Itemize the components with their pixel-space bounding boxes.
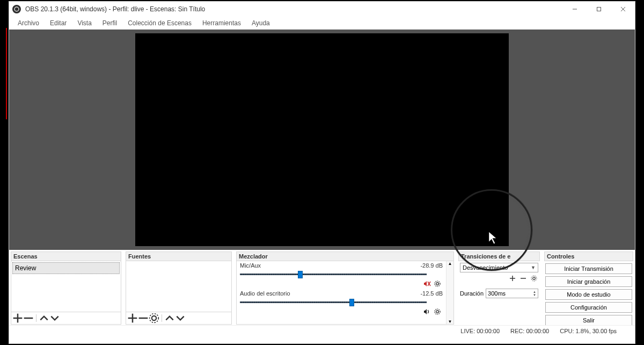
- status-cpu: CPU: 1.8%, 30.00 fps: [560, 328, 617, 334]
- remove-scene-button[interactable]: [23, 313, 34, 323]
- mixer-desktop-slider[interactable]: [240, 298, 443, 307]
- svg-point-16: [435, 281, 440, 286]
- preview-area[interactable]: [9, 30, 635, 250]
- mixer-track-micaux: Mic/Aux -28.9 dB: [237, 261, 446, 289]
- maximize-button[interactable]: [587, 2, 611, 17]
- panel-header-escenas: Escenas: [11, 251, 121, 261]
- mixer-desktop-db: -12.5 dB: [420, 290, 443, 297]
- add-source-button[interactable]: [127, 313, 138, 323]
- panel-header-transiciones: Transiciones de e: [458, 251, 540, 261]
- minimize-button[interactable]: [562, 2, 587, 17]
- remove-source-button[interactable]: [138, 313, 149, 323]
- panel-mezclador: Mezclador Mic/Aux -28.9 dB: [236, 251, 455, 325]
- mixer-micaux-slider[interactable]: [240, 270, 443, 279]
- transition-combo-value: Desvanecimiento: [463, 264, 508, 271]
- svg-point-12: [150, 314, 159, 323]
- statusbar: LIVE: 00:00:00 REC: 00:00:00 CPU: 1.8%, …: [9, 325, 635, 336]
- source-down-button[interactable]: [175, 313, 186, 323]
- svg-rect-2: [597, 8, 601, 11]
- duration-label: Duración: [460, 290, 484, 297]
- svg-point-18: [435, 309, 440, 314]
- exit-button[interactable]: Salir: [545, 315, 632, 326]
- svg-point-15: [436, 282, 439, 285]
- app-icon: [12, 5, 21, 13]
- gear-icon[interactable]: [434, 281, 441, 289]
- sources-list[interactable]: [126, 261, 232, 312]
- remove-transition-button[interactable]: [520, 275, 526, 283]
- panel-header-controles: Controles: [544, 251, 633, 261]
- mixer-track-desktop: Audio del escritorio -12.5 dB: [237, 289, 446, 317]
- transition-combo[interactable]: Desvanecimiento ▼: [460, 263, 538, 272]
- panel-header-fuentes: Fuentes: [126, 251, 232, 261]
- gear-icon[interactable]: [434, 308, 441, 317]
- titlebar: OBS 20.1.3 (64bit, windows) - Perfil: dl…: [9, 2, 635, 17]
- menu-vista[interactable]: Vista: [73, 18, 96, 28]
- panel-header-mezclador: Mezclador: [236, 251, 454, 261]
- add-transition-button[interactable]: [509, 275, 516, 283]
- escenas-toolbar: [11, 312, 121, 325]
- settings-button[interactable]: Configuración: [545, 302, 632, 313]
- spin-down-icon[interactable]: ▼: [533, 293, 536, 297]
- chevron-down-icon: ▼: [531, 265, 536, 270]
- scene-item-review[interactable]: Review: [12, 262, 120, 274]
- mixer-micaux-db: -28.9 dB: [420, 262, 443, 269]
- status-rec: REC: 00:00:00: [510, 328, 549, 334]
- svg-point-23: [531, 276, 537, 281]
- menu-herramientas[interactable]: Herramientas: [198, 18, 245, 28]
- preview-canvas[interactable]: [135, 33, 509, 246]
- studio-mode-button[interactable]: Modo de estudio: [545, 289, 632, 300]
- svg-point-11: [152, 316, 156, 320]
- speaker-icon[interactable]: [423, 308, 431, 317]
- scene-list[interactable]: Review: [11, 261, 121, 312]
- mixer-desktop-label: Audio del escritorio: [240, 290, 290, 297]
- menu-perfil[interactable]: Perfil: [98, 18, 121, 28]
- add-scene-button[interactable]: [12, 313, 23, 323]
- scroll-up-icon[interactable]: ▲: [448, 261, 452, 266]
- panel-transiciones: Transiciones de e Desvanecimiento ▼ Dura…: [458, 251, 540, 325]
- svg-point-22: [533, 277, 536, 280]
- source-settings-button[interactable]: [149, 313, 159, 323]
- mixer-scrollbar[interactable]: ▲ ▼: [446, 261, 453, 324]
- duration-value: 300ms: [488, 290, 506, 297]
- source-up-button[interactable]: [164, 313, 175, 323]
- scroll-down-icon[interactable]: ▼: [448, 319, 452, 324]
- duration-input[interactable]: 300ms ▲▼: [486, 289, 538, 298]
- panel-escenas: Escenas Review: [10, 251, 122, 325]
- svg-point-0: [14, 7, 19, 11]
- transition-settings-button[interactable]: [531, 275, 537, 283]
- status-live: LIVE: 00:00:00: [460, 328, 500, 334]
- start-stream-button[interactable]: Iniciar Transmisión: [545, 263, 632, 274]
- menu-coleccion[interactable]: Colección de Escenas: [123, 18, 196, 28]
- close-button[interactable]: [611, 2, 635, 17]
- mixer-micaux-label: Mic/Aux: [240, 262, 261, 269]
- svg-point-17: [436, 310, 439, 313]
- panel-controles: Controles Iniciar Transmisión Iniciar gr…: [544, 251, 634, 325]
- mute-icon[interactable]: [423, 281, 431, 289]
- menubar: Archivo Editar Vista Perfil Colección de…: [9, 17, 635, 30]
- scene-up-button[interactable]: [39, 313, 49, 323]
- menu-editar[interactable]: Editar: [46, 18, 71, 28]
- menu-ayuda[interactable]: Ayuda: [247, 18, 274, 28]
- panel-fuentes: Fuentes: [125, 251, 232, 325]
- start-record-button[interactable]: Iniciar grabación: [545, 276, 632, 287]
- fuentes-toolbar: [126, 312, 232, 325]
- window-title: OBS 20.1.3 (64bit, windows) - Perfil: dl…: [25, 5, 205, 13]
- menu-archivo[interactable]: Archivo: [13, 18, 43, 28]
- scene-down-button[interactable]: [49, 313, 60, 323]
